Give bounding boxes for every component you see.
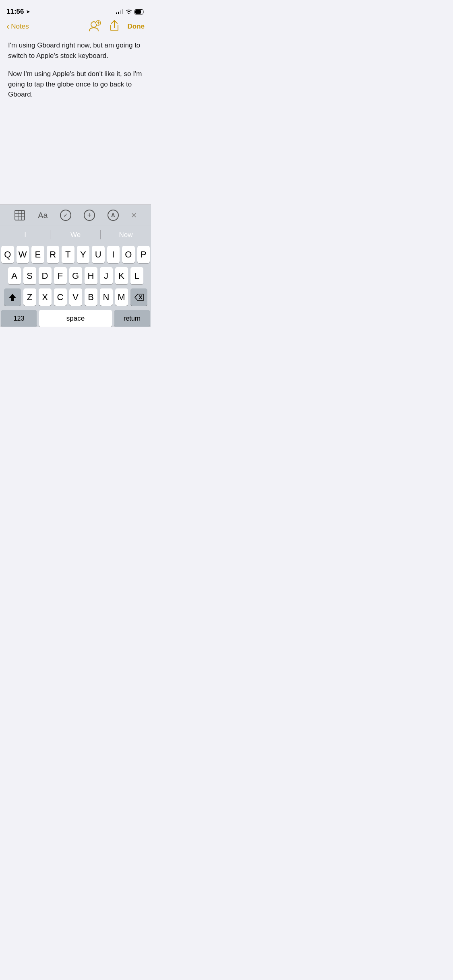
key-w[interactable]: W xyxy=(17,246,29,263)
key-q[interactable]: Q xyxy=(1,246,14,263)
note-content[interactable]: I'm using Gboard right now, but am going… xyxy=(0,35,151,204)
shift-key[interactable] xyxy=(4,288,21,306)
key-t[interactable]: T xyxy=(62,246,74,263)
key-row-4: 123 space return xyxy=(1,310,150,327)
add-collaborator-button[interactable] xyxy=(87,19,101,34)
status-bar: 11:56 ➤ xyxy=(0,0,151,18)
delete-key[interactable] xyxy=(130,288,147,306)
annotate-button[interactable]: A xyxy=(108,210,119,221)
checklist-button[interactable]: ✓ xyxy=(60,210,71,221)
key-x[interactable]: X xyxy=(39,288,52,306)
done-button[interactable]: Done xyxy=(128,23,145,31)
key-i[interactable]: I xyxy=(107,246,120,263)
add-button[interactable]: + xyxy=(84,210,95,221)
back-chevron-icon: ‹ xyxy=(6,21,9,32)
battery-icon xyxy=(134,9,145,14)
key-f[interactable]: F xyxy=(54,267,67,284)
status-time: 11:56 ➤ xyxy=(6,8,30,16)
key-row-3: Z X C V B N M xyxy=(1,288,150,306)
keyboard: Q W E R T Y U I O P A S D F G H J K L Z … xyxy=(0,243,151,327)
numbers-key[interactable]: 123 xyxy=(1,310,37,327)
autocomplete-bar: I We Now xyxy=(0,226,151,243)
navigation-bar: ‹ Notes Done xyxy=(0,18,151,35)
key-g[interactable]: G xyxy=(69,267,82,284)
key-u[interactable]: U xyxy=(92,246,105,263)
key-d[interactable]: D xyxy=(39,267,52,284)
key-a[interactable]: A xyxy=(8,267,21,284)
key-l[interactable]: L xyxy=(130,267,143,284)
location-arrow-icon: ➤ xyxy=(26,9,30,14)
note-paragraph-2: Now I'm using Apple's but don't like it,… xyxy=(8,69,143,100)
wifi-icon xyxy=(126,9,132,14)
key-y[interactable]: Y xyxy=(77,246,90,263)
key-o[interactable]: O xyxy=(122,246,135,263)
key-row-1: Q W E R T Y U I O P xyxy=(1,246,150,263)
autocomplete-item-1[interactable]: I xyxy=(0,226,50,243)
note-paragraph-1: I'm using Gboard right now, but am going… xyxy=(8,40,143,61)
signal-icon xyxy=(116,9,123,14)
key-h[interactable]: H xyxy=(85,267,97,284)
key-r[interactable]: R xyxy=(47,246,60,263)
key-c[interactable]: C xyxy=(54,288,67,306)
key-k[interactable]: K xyxy=(115,267,128,284)
svg-rect-1 xyxy=(143,10,145,13)
back-button[interactable]: ‹ Notes xyxy=(6,21,29,32)
key-b[interactable]: B xyxy=(85,288,97,306)
time-display: 11:56 xyxy=(6,8,24,16)
formatting-toolbar: Aa ✓ + A × xyxy=(0,204,151,226)
key-row-2: A S D F G H J K L xyxy=(1,267,150,284)
table-button[interactable] xyxy=(14,210,25,221)
space-key[interactable]: space xyxy=(39,310,112,327)
autocomplete-item-3[interactable]: Now xyxy=(101,226,151,243)
key-p[interactable]: P xyxy=(137,246,150,263)
svg-rect-7 xyxy=(15,210,25,220)
key-n[interactable]: N xyxy=(100,288,113,306)
share-button[interactable] xyxy=(109,20,120,33)
key-v[interactable]: V xyxy=(69,288,82,306)
key-j[interactable]: J xyxy=(100,267,113,284)
return-key[interactable]: return xyxy=(114,310,150,327)
nav-actions: Done xyxy=(87,19,145,34)
key-s[interactable]: S xyxy=(23,267,36,284)
key-z[interactable]: Z xyxy=(23,288,36,306)
svg-rect-2 xyxy=(135,10,141,14)
back-label: Notes xyxy=(11,23,29,31)
key-m[interactable]: M xyxy=(115,288,128,306)
status-icons xyxy=(116,9,145,14)
close-keyboard-button[interactable]: × xyxy=(131,210,137,221)
format-button[interactable]: Aa xyxy=(38,211,48,220)
key-e[interactable]: E xyxy=(31,246,44,263)
autocomplete-item-2[interactable]: We xyxy=(50,226,101,243)
